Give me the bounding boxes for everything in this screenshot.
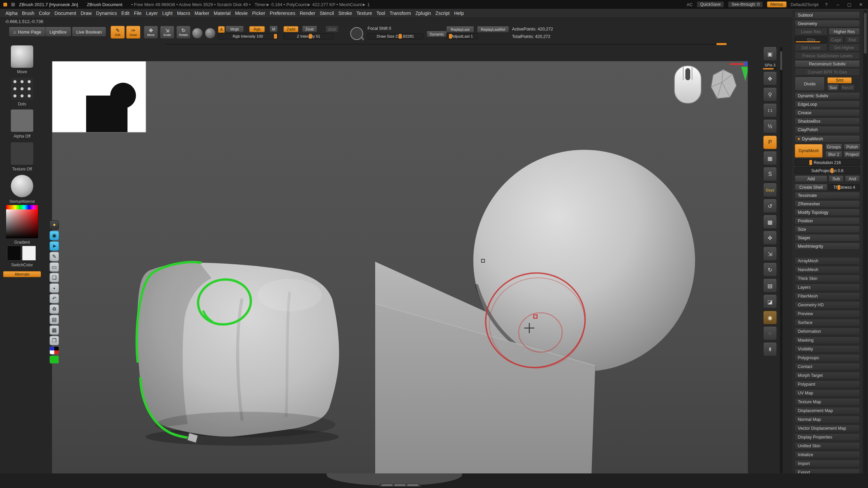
rotate-icon[interactable]: ↻ <box>763 263 777 277</box>
maximize-button[interactable]: ▢ <box>846 2 853 7</box>
tray-divider-handle[interactable] <box>780 51 782 70</box>
reconstruct-subdiv-button[interactable]: Reconstruct Subdiv <box>795 61 860 67</box>
subprojection-handle[interactable] <box>831 168 833 173</box>
palette-row[interactable]: Display Properties <box>795 433 860 441</box>
rotate-mode-button[interactable]: ↻ Rotate <box>176 26 191 39</box>
select-arrow-icon[interactable]: ➤ <box>50 241 59 251</box>
move-icon[interactable]: ✜ <box>763 231 777 245</box>
menu-item[interactable]: Material <box>214 11 231 16</box>
frame-icon[interactable]: ▩ <box>763 215 777 229</box>
menu-item[interactable]: Draw <box>81 11 92 16</box>
printer-icon[interactable]: ▤ <box>50 315 59 324</box>
replay-last-button[interactable]: ReplayLast <box>446 26 474 33</box>
polish-toggle[interactable]: Polish <box>844 144 861 150</box>
palette-row[interactable]: Texture Map <box>795 398 860 406</box>
persp-icon[interactable]: P <box>763 136 777 149</box>
reuv-button[interactable]: ReUV <box>840 85 855 91</box>
marquee-icon[interactable]: ▭ <box>50 262 59 272</box>
subpalette-header[interactable]: Stager <box>795 234 860 241</box>
alternate-button[interactable]: Alternate <box>3 271 41 277</box>
close-button[interactable]: ✕ <box>857 2 865 7</box>
subpalette-header[interactable]: Size <box>795 226 860 233</box>
subpalette-header[interactable]: Position <box>795 217 860 224</box>
project-toggle[interactable]: Project <box>844 151 861 158</box>
sub-toggle[interactable]: Sub <box>829 176 844 182</box>
shelf-scrollbar-handle[interactable] <box>716 43 727 45</box>
sdiv-slider[interactable]: SDiv <box>795 37 827 43</box>
material-thumbnail[interactable] <box>11 175 33 197</box>
thickness-handle[interactable] <box>837 185 840 190</box>
secondary-color-swatch[interactable] <box>22 246 36 261</box>
menu-item[interactable]: Macro <box>177 11 190 16</box>
convert-bpr-button[interactable]: Convert BPR To Geo <box>795 69 860 76</box>
palette-row[interactable]: Unified Skin <box>795 442 860 450</box>
eye-icon[interactable]: ◉ <box>50 231 59 240</box>
menu-item[interactable]: Marker <box>195 11 210 16</box>
palette-row[interactable]: Thick Skin <box>795 275 860 282</box>
subpalette-header[interactable]: MeshIntegrity <box>795 243 860 250</box>
alpha-thumbnail[interactable] <box>11 109 33 132</box>
shelf-scrollbar-track[interactable] <box>165 44 726 45</box>
lower-res-button[interactable]: Lower Res <box>795 28 827 35</box>
focal-shift-slider[interactable]: Focal Shift 0 <box>368 26 391 31</box>
subpalette-header[interactable]: Modify Topology <box>795 209 860 216</box>
menu-item[interactable]: Light <box>162 11 173 16</box>
menu-item[interactable]: Tool <box>376 11 385 16</box>
menu-item[interactable]: Zplugin <box>415 11 431 16</box>
minimize-button[interactable]: – <box>834 2 842 7</box>
tray-divider-scrollbar[interactable] <box>780 47 783 473</box>
draw-size-handle[interactable] <box>399 34 402 39</box>
suv-toggle[interactable]: Suv <box>827 85 839 91</box>
tool-preview-sphere-1[interactable] <box>192 28 203 39</box>
palette-row[interactable]: Layers <box>795 284 860 291</box>
draw-mode-button[interactable]: ✑ Draw <box>126 26 140 39</box>
edit-mode-button[interactable]: ✎ Edit <box>111 26 125 39</box>
zsub-button[interactable]: Zsub <box>302 26 317 32</box>
document-canvas[interactable] <box>52 61 748 474</box>
dynamesh-section-header[interactable]: DynaMesh <box>795 135 860 142</box>
zadd-button[interactable]: Zadd <box>283 26 298 32</box>
menu-item[interactable]: Dynamics <box>96 11 117 16</box>
mrgb-button[interactable]: Mrgb <box>225 26 244 32</box>
palette-row[interactable]: Normal Map <box>795 416 860 423</box>
home-page-button[interactable]: ⌂ Home Page <box>9 27 46 37</box>
subpalette-header[interactable]: ClayPolish <box>795 126 860 133</box>
color-swatch-multi[interactable] <box>50 346 59 354</box>
quicksave-button[interactable]: QuickSave <box>697 1 724 7</box>
palette-row[interactable]: Masking <box>795 337 860 344</box>
main-color-swatch[interactable] <box>7 246 21 261</box>
palette-row[interactable]: Vector Displacement Map <box>795 425 860 432</box>
palette-row[interactable]: NanoMesh <box>795 266 860 273</box>
menus-button[interactable]: Menus <box>767 1 787 7</box>
divide-button[interactable]: Divide <box>795 77 825 91</box>
menu-item[interactable]: Render <box>300 11 315 16</box>
default-zscript-button[interactable]: DefaultZScript <box>791 2 818 7</box>
menu-item[interactable]: Zscript <box>435 11 450 16</box>
create-shell-button[interactable]: Create Shell <box>795 184 827 190</box>
m-button[interactable]: M <box>270 26 278 32</box>
spix-slider[interactable]: SPix 3 <box>763 63 777 69</box>
dynamic-toggle[interactable]: Dynamic <box>427 31 447 37</box>
help-button[interactable]: ? <box>823 2 830 7</box>
and-toggle[interactable]: And <box>845 176 860 182</box>
aahalf-icon[interactable]: ½ <box>763 120 777 133</box>
ghost-icon[interactable]: ◌ <box>763 327 777 340</box>
palette-row[interactable]: Surface <box>795 319 860 326</box>
tool-panel-scrollbar[interactable] <box>863 10 867 488</box>
spix-handle[interactable] <box>763 68 774 69</box>
bpr-icon[interactable]: ▣ <box>763 47 777 61</box>
saturation-square[interactable] <box>6 209 38 238</box>
palette-row[interactable]: UV Map <box>795 389 860 397</box>
menu-item[interactable]: Document <box>55 11 76 16</box>
menu-item[interactable]: Stroke <box>338 11 352 16</box>
actual-icon[interactable]: 1:1 <box>763 104 777 117</box>
live-boolean-button[interactable]: Live Boolean <box>72 27 106 37</box>
scroll-icon[interactable]: ✥ <box>763 72 777 85</box>
anchor-chip[interactable]: A <box>218 26 225 33</box>
draw-size-slider[interactable]: Draw Size 233.82281 <box>368 33 423 39</box>
linefill-icon[interactable]: ▤ <box>763 279 777 292</box>
menu-item[interactable]: Help <box>454 11 464 16</box>
color-picker[interactable] <box>6 205 38 238</box>
menu-item[interactable]: Layer <box>146 11 158 16</box>
menu-item[interactable]: Stencil <box>320 11 334 16</box>
